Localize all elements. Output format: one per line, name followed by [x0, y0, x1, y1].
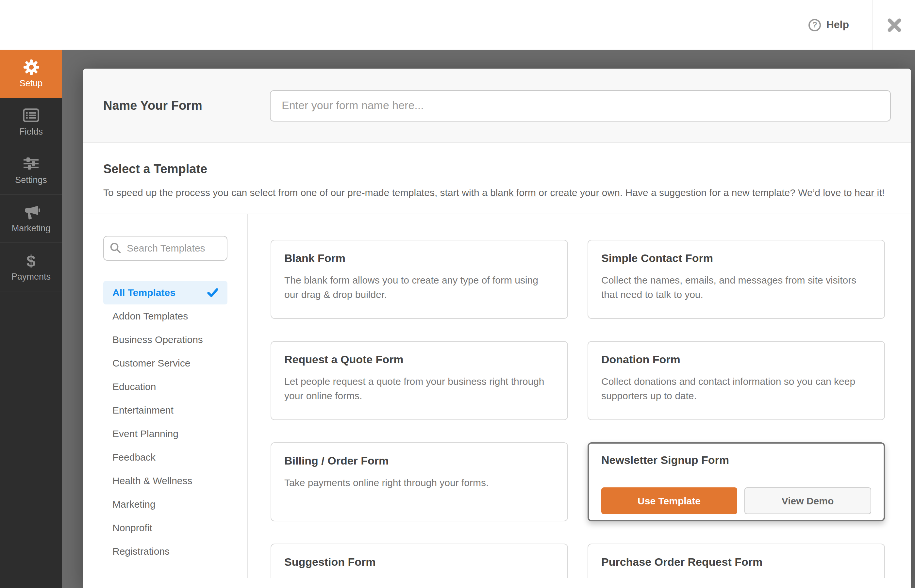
sliders-icon: [23, 156, 39, 171]
intro-text: . Have a suggestion for a new template?: [620, 187, 798, 198]
intro-text: To speed up the process you can select f…: [103, 187, 490, 198]
template-name: Donation Form: [601, 354, 871, 367]
sidebar-item-marketing[interactable]: Marketing: [0, 195, 62, 243]
template-name: Billing / Order Form: [284, 455, 554, 468]
form-name-input[interactable]: [270, 90, 891, 121]
template-categories: All Templates Addon Templates Business O…: [103, 281, 228, 563]
template-name: Newsletter Signup Form: [601, 454, 871, 467]
template-card-request-a-quote-form[interactable]: Request a Quote Form Let people request …: [271, 341, 568, 420]
category-label: Business Operations: [112, 334, 203, 345]
wpforms-builder: ? Help: [0, 0, 915, 588]
category-marketing[interactable]: Marketing: [103, 493, 228, 516]
category-registrations[interactable]: Registrations: [103, 540, 228, 563]
view-demo-button[interactable]: View Demo: [744, 487, 871, 514]
sidebar-item-label: Marketing: [12, 223, 51, 233]
search-icon: [110, 242, 121, 256]
help-label: Help: [826, 19, 849, 31]
category-label: Feedback: [112, 452, 155, 463]
gear-icon: [23, 59, 40, 75]
category-event-planning[interactable]: Event Planning: [103, 422, 228, 446]
template-cards-grid: Blank Form The blank form allows you to …: [271, 240, 885, 578]
category-nonprofit[interactable]: Nonprofit: [103, 516, 228, 540]
category-customer-service[interactable]: Customer Service: [103, 352, 228, 375]
category-business-operations[interactable]: Business Operations: [103, 328, 228, 352]
category-feedback[interactable]: Feedback: [103, 446, 228, 469]
category-health-wellness[interactable]: Health & Wellness: [103, 469, 228, 493]
template-card-donation-form[interactable]: Donation Form Collect donations and cont…: [588, 341, 885, 420]
template-name: Purchase Order Request Form: [601, 556, 871, 569]
template-description: Let people request a quote from your bus…: [284, 374, 554, 404]
sidebar-item-label: Settings: [15, 175, 47, 184]
template-card-newsletter-signup-form[interactable]: Newsletter Signup Form Use Template View…: [588, 442, 885, 521]
love-to-hear-it-link[interactable]: We’d love to hear it: [798, 187, 882, 198]
setup-panel: Name Your Form Select a Template To spee…: [83, 69, 911, 588]
template-description: Take payments online right through your …: [284, 476, 554, 490]
create-your-own-link[interactable]: create your own: [550, 187, 619, 198]
intro-text: !: [882, 187, 884, 198]
help-button[interactable]: ? Help: [809, 19, 849, 31]
category-education[interactable]: Education: [103, 375, 228, 399]
sidebar-item-setup[interactable]: Setup: [0, 50, 62, 98]
close-icon: [887, 17, 902, 32]
select-template-intro: Select a Template To speed up the proces…: [83, 143, 911, 214]
name-your-form-section: Name Your Form: [83, 69, 911, 143]
template-card-simple-contact-form[interactable]: Simple Contact Form Collect the names, e…: [588, 240, 885, 319]
sidebar-item-label: Setup: [19, 78, 43, 88]
template-name: Simple Contact Form: [601, 252, 871, 265]
category-label: All Templates: [112, 287, 176, 298]
fields-icon: [23, 107, 39, 123]
sidebar-item-label: Payments: [11, 271, 51, 281]
template-description: Collect donations and contact informatio…: [601, 374, 871, 404]
category-label: Marketing: [112, 499, 155, 510]
intro-text: or: [536, 187, 550, 198]
template-name: Request a Quote Form: [284, 354, 554, 367]
dollar-icon: $: [26, 252, 36, 268]
template-card-billing-order-form[interactable]: Billing / Order Form Take payments onlin…: [271, 442, 568, 521]
template-card-suggestion-form[interactable]: Suggestion Form Gather site visitor sugg…: [271, 544, 568, 578]
template-card-blank-form[interactable]: Blank Form The blank form allows you to …: [271, 240, 568, 319]
template-name: Blank Form: [284, 252, 554, 265]
category-label: Nonprofit: [112, 522, 152, 533]
select-template-heading: Select a Template: [103, 162, 891, 176]
template-description: The blank form allows you to create any …: [284, 273, 554, 302]
template-picker-body: All Templates Addon Templates Business O…: [83, 214, 911, 578]
template-description: Gather site visitor suggestions into one…: [284, 577, 554, 578]
template-card-purchase-order-request-form[interactable]: Purchase Order Request Form Let your emp…: [588, 544, 885, 578]
template-name: Suggestion Form: [284, 556, 554, 569]
help-icon: ?: [809, 19, 821, 31]
category-entertainment[interactable]: Entertainment: [103, 399, 228, 422]
template-list-pane: Blank Form The blank form allows you to …: [248, 214, 911, 578]
name-your-form-label: Name Your Form: [103, 99, 202, 113]
stage: ? Help: [0, 0, 915, 588]
category-label: Registrations: [112, 546, 170, 557]
category-label: Entertainment: [112, 405, 173, 416]
template-description: Let your employees request a purchase or…: [601, 577, 871, 578]
category-label: Addon Templates: [112, 311, 188, 322]
category-all-templates[interactable]: All Templates: [103, 281, 228, 304]
search-templates-input[interactable]: [103, 236, 228, 261]
select-template-description: To speed up the process you can select f…: [103, 186, 891, 200]
sidebar-item-fields[interactable]: Fields: [0, 98, 62, 146]
category-label: Health & Wellness: [112, 475, 192, 486]
category-addon-templates[interactable]: Addon Templates: [103, 304, 228, 328]
sidebar-item-label: Fields: [19, 126, 43, 136]
builder-sidebar: Setup Fields: [0, 50, 62, 588]
sidebar-item-settings[interactable]: Settings: [0, 146, 62, 195]
sidebar-item-payments[interactable]: $ Payments: [0, 243, 62, 291]
check-icon: [207, 288, 218, 297]
top-header: ? Help: [0, 0, 915, 50]
blank-form-link[interactable]: blank form: [490, 187, 536, 198]
category-label: Education: [112, 381, 156, 393]
template-description: Collect the names, emails, and messages …: [601, 273, 871, 302]
megaphone-icon: [23, 204, 40, 220]
category-label: Customer Service: [112, 358, 190, 369]
template-filter-pane: All Templates Addon Templates Business O…: [83, 214, 248, 578]
close-button[interactable]: [873, 0, 915, 50]
category-label: Event Planning: [112, 428, 178, 439]
use-template-button[interactable]: Use Template: [601, 487, 737, 514]
